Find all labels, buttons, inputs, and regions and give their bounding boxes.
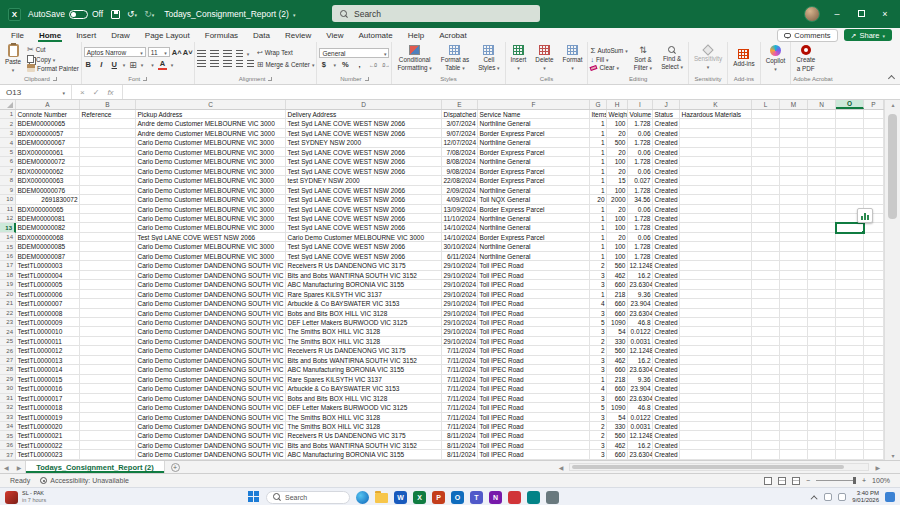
grid-cell[interactable] <box>836 223 864 232</box>
italic-button[interactable]: I <box>97 60 106 69</box>
grid-cell[interactable] <box>80 299 136 308</box>
grid-cell[interactable]: 3 <box>590 450 607 459</box>
grid-cell[interactable] <box>680 318 752 327</box>
grid-cell[interactable]: 46.8 <box>628 318 653 327</box>
grid-cell[interactable]: 500 <box>607 138 628 147</box>
grid-cell[interactable] <box>780 413 808 422</box>
grid-cell[interactable] <box>864 280 884 289</box>
addins-button[interactable]: Add-ins <box>730 49 757 67</box>
grid-cell[interactable]: Cario Demo Customer DANDENONG SOUTH VIC … <box>136 365 286 374</box>
grid-cell[interactable]: TestTL0000015 <box>16 375 80 384</box>
grid-cell[interactable]: 2/09/2024 <box>442 186 478 195</box>
align-center-icon[interactable] <box>210 60 219 67</box>
column-header[interactable]: D <box>286 100 442 109</box>
grid-cell[interactable] <box>836 176 864 185</box>
grid-cell[interactable]: 100 <box>607 252 628 261</box>
grid-cell[interactable]: 20 <box>590 195 607 204</box>
grid-cell[interactable]: TestTL0000011 <box>16 337 80 346</box>
grid-cell[interactable] <box>836 110 864 119</box>
tab-view[interactable]: View <box>325 28 344 42</box>
grid-cell[interactable]: TestTL0000005 <box>16 280 80 289</box>
grid-cell[interactable]: Cario Demo Customer DANDENONG SOUTH VIC … <box>136 261 286 270</box>
grid-cell[interactable]: Cario Demo Customer MELBOURNE VIC 3000 <box>136 223 286 232</box>
grid-cell[interactable]: Service Name <box>478 110 590 119</box>
grid-cell[interactable] <box>836 318 864 327</box>
horizontal-scrollbar-thumb[interactable] <box>572 465 844 469</box>
grid-cell[interactable] <box>80 318 136 327</box>
grid-cell[interactable]: 12.1248 <box>628 346 653 355</box>
grid-cell[interactable]: Northline General <box>478 252 590 261</box>
grid-cell[interactable] <box>864 441 884 450</box>
grid-cell[interactable] <box>864 365 884 374</box>
grid-cell[interactable]: ABC Manufacturing BORONIA VIC 3155 <box>286 280 442 289</box>
tab-help[interactable]: Help <box>407 28 425 42</box>
grid-cell[interactable] <box>780 214 808 223</box>
grid-cell[interactable]: 29/10/2024 <box>442 318 478 327</box>
grid-cell[interactable] <box>808 403 836 412</box>
grid-cell[interactable]: Created <box>653 299 680 308</box>
grid-cell[interactable] <box>752 413 780 422</box>
column-header[interactable]: L <box>752 100 780 109</box>
grid-cell[interactable]: Hazardous Materials <box>680 110 752 119</box>
grid-cell[interactable]: 462 <box>607 356 628 365</box>
grid-cell[interactable]: 462 <box>607 441 628 450</box>
grid-cell[interactable] <box>680 413 752 422</box>
grid-cell[interactable] <box>80 223 136 232</box>
grid-cell[interactable] <box>836 233 864 242</box>
grid-cell[interactable] <box>780 242 808 251</box>
grid-cell[interactable]: 7/11/2024 <box>442 403 478 412</box>
grid-cell[interactable]: Bits and Bobs WANTIRNA SOUTH VIC 3152 <box>286 441 442 450</box>
grid-cell[interactable] <box>808 356 836 365</box>
grid-cell[interactable]: ABC Manufacturing BORONIA VIC 3155 <box>286 450 442 459</box>
grid-cell[interactable]: 8/08/2024 <box>442 157 478 166</box>
grid-cell[interactable]: 23.6304 <box>628 450 653 459</box>
grid-cell[interactable]: Cario Demo Customer MELBOURNE VIC 3000 <box>136 148 286 157</box>
grid-cell[interactable] <box>80 450 136 459</box>
grid-cell[interactable]: Created <box>653 271 680 280</box>
grid-cell[interactable] <box>808 375 836 384</box>
column-header[interactable]: G <box>590 100 607 109</box>
grid-cell[interactable]: Created <box>653 261 680 270</box>
grid-cell[interactable] <box>808 394 836 403</box>
row-header[interactable]: 5 <box>0 148 16 157</box>
grid-cell[interactable]: Cario Demo Customer DANDENONG SOUTH VIC … <box>136 441 286 450</box>
grid-cell[interactable]: 100 <box>607 223 628 232</box>
grid-cell[interactable]: Northline General <box>478 223 590 232</box>
grid-cell[interactable] <box>808 441 836 450</box>
grid-cell[interactable]: DEF Letter Makers BURWOOD VIC 3125 <box>286 403 442 412</box>
grid-cell[interactable]: Cario Demo Customer DANDENONG SOUTH VIC … <box>136 346 286 355</box>
grid-cell[interactable] <box>836 157 864 166</box>
grid-cell[interactable] <box>808 138 836 147</box>
grid-cell[interactable]: The Smiths BOX HILL VIC 3128 <box>286 327 442 336</box>
grid-cell[interactable]: The Smiths BOX HILL VIC 3128 <box>286 337 442 346</box>
grid-cell[interactable] <box>836 441 864 450</box>
grid-cell[interactable]: 3 <box>590 327 607 336</box>
grid-cell[interactable]: 1 <box>590 167 607 176</box>
grid-cell[interactable]: Created <box>653 214 680 223</box>
grid-cell[interactable]: Cario Demo Customer DANDENONG SOUTH VIC … <box>136 290 286 299</box>
grid-cell[interactable] <box>836 167 864 176</box>
grid-cell[interactable] <box>864 346 884 355</box>
grid-cell[interactable] <box>780 186 808 195</box>
grid-cell[interactable] <box>752 261 780 270</box>
grid-cell[interactable] <box>808 223 836 232</box>
grid-cell[interactable]: 0.06 <box>628 129 653 138</box>
grid-cell[interactable]: Cario Demo Customer DANDENONG SOUTH VIC … <box>136 384 286 393</box>
sort-filter-button[interactable]: Sort & Filter <box>631 45 655 72</box>
taskbar-app-icon[interactable]: N <box>489 491 502 504</box>
row-header[interactable]: 15 <box>0 242 16 251</box>
grid-cell[interactable]: 8/11/2024 <box>442 441 478 450</box>
grid-cell[interactable]: Cario Demo Customer MELBOURNE VIC 3000 <box>136 195 286 204</box>
grid-cell[interactable] <box>780 271 808 280</box>
grid-cell[interactable]: Weight <box>607 110 628 119</box>
grid-cell[interactable] <box>752 318 780 327</box>
grid-cell[interactable]: 1 <box>590 119 607 128</box>
grid-cell[interactable]: BDEM00000065 <box>16 119 80 128</box>
grid-cell[interactable]: Created <box>653 138 680 147</box>
grid-cell[interactable]: Toll IPEC Road <box>478 394 590 403</box>
grid-cell[interactable]: Created <box>653 413 680 422</box>
grid-cell[interactable]: 29/10/2024 <box>442 271 478 280</box>
grid-cell[interactable]: Andre demo Customer MELBOURNE VIC 3000 <box>136 119 286 128</box>
grid-cell[interactable]: Toll IPEC Road <box>478 422 590 431</box>
grid-cell[interactable] <box>752 422 780 431</box>
